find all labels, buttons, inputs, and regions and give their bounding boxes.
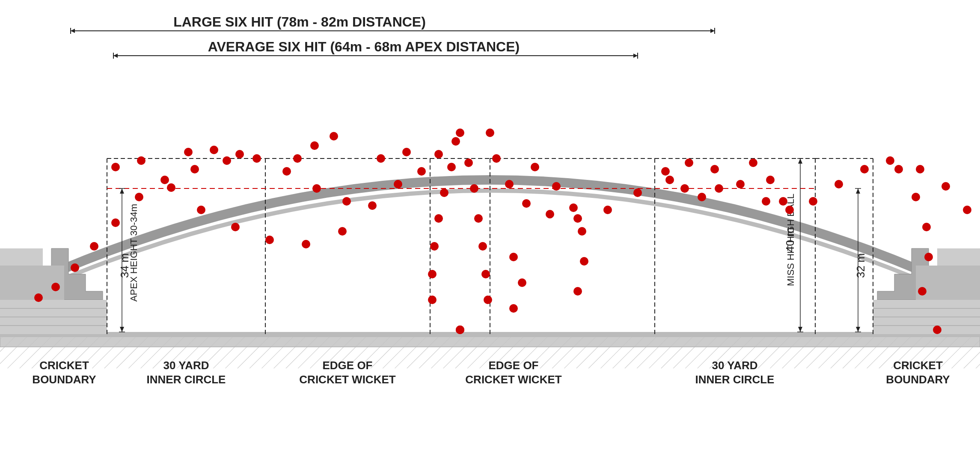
svg-point-101 xyxy=(522,199,531,208)
svg-point-106 xyxy=(661,167,670,176)
svg-point-140 xyxy=(924,253,933,261)
svg-point-84 xyxy=(447,163,456,171)
label-boundary-right-2: BOUNDARY xyxy=(886,373,950,386)
svg-point-145 xyxy=(312,184,321,193)
label-30yard-right-2: INNER CIRCLE xyxy=(695,373,775,386)
svg-point-144 xyxy=(282,167,291,176)
large-six-label: LARGE SIX HIT (78m - 82m DISTANCE) xyxy=(173,14,426,30)
svg-point-143 xyxy=(252,154,261,163)
svg-point-110 xyxy=(762,197,770,206)
svg-point-150 xyxy=(715,184,723,193)
svg-rect-30 xyxy=(916,266,980,300)
svg-point-95 xyxy=(481,270,490,278)
average-six-label: AVERAGE SIX HIT (64m - 68m APEX DISTANCE… xyxy=(208,39,520,54)
svg-point-113 xyxy=(834,180,843,188)
svg-point-72 xyxy=(167,183,175,192)
svg-point-121 xyxy=(779,197,787,206)
svg-point-91 xyxy=(464,158,473,167)
svg-point-115 xyxy=(886,156,894,165)
svg-point-119 xyxy=(749,158,757,167)
svg-point-108 xyxy=(710,165,719,173)
svg-point-92 xyxy=(470,184,478,193)
svg-point-111 xyxy=(785,206,794,214)
svg-point-137 xyxy=(894,165,903,173)
svg-rect-24 xyxy=(0,266,64,300)
svg-point-134 xyxy=(509,253,518,261)
label-wicket-right-2: CRICKET WICKET xyxy=(465,373,561,386)
svg-point-87 xyxy=(430,242,439,251)
svg-point-79 xyxy=(394,180,402,188)
svg-point-103 xyxy=(573,214,582,223)
svg-point-64 xyxy=(90,242,98,251)
svg-point-107 xyxy=(685,158,693,167)
svg-point-99 xyxy=(492,154,501,163)
svg-point-141 xyxy=(918,287,927,296)
label-boundary-left-2: BOUNDARY xyxy=(32,373,96,386)
label-wicket-left-2: CRICKET WICKET xyxy=(299,373,395,386)
svg-point-88 xyxy=(428,270,437,278)
svg-point-89 xyxy=(428,296,437,304)
svg-point-105 xyxy=(633,188,642,197)
label-30yard-left-2: INNER CIRCLE xyxy=(147,373,226,386)
svg-point-80 xyxy=(417,167,426,176)
svg-point-112 xyxy=(809,197,817,206)
svg-point-94 xyxy=(478,242,487,251)
svg-point-132 xyxy=(573,287,582,296)
label-30yard-left: 30 YARD xyxy=(163,359,209,372)
svg-point-123 xyxy=(377,154,385,163)
svg-rect-25 xyxy=(0,248,43,266)
svg-point-126 xyxy=(330,132,338,140)
svg-point-77 xyxy=(338,227,347,236)
svg-point-78 xyxy=(368,201,377,210)
svg-point-100 xyxy=(505,180,514,188)
svg-point-73 xyxy=(197,206,205,214)
svg-point-146 xyxy=(342,197,351,206)
svg-point-86 xyxy=(434,214,443,223)
svg-rect-31 xyxy=(937,248,980,266)
svg-point-153 xyxy=(665,176,674,184)
svg-point-74 xyxy=(231,223,240,231)
svg-point-98 xyxy=(486,128,494,137)
svg-point-139 xyxy=(922,223,931,231)
svg-point-135 xyxy=(518,278,526,287)
svg-point-122 xyxy=(402,148,411,156)
svg-point-131 xyxy=(580,257,588,266)
svg-point-61 xyxy=(34,293,43,302)
svg-point-136 xyxy=(509,304,518,313)
svg-point-152 xyxy=(680,184,689,193)
svg-point-76 xyxy=(302,240,310,248)
svg-point-114 xyxy=(860,165,869,173)
svg-point-70 xyxy=(111,163,120,171)
svg-point-147 xyxy=(184,148,193,156)
svg-point-62 xyxy=(51,283,60,291)
svg-point-85 xyxy=(440,188,448,197)
svg-point-120 xyxy=(766,176,775,184)
svg-point-71 xyxy=(137,156,146,165)
svg-point-133 xyxy=(456,326,464,334)
label-30yard-right: 30 YARD xyxy=(712,359,758,372)
svg-point-68 xyxy=(190,165,199,173)
label-wicket-right: EDGE OF xyxy=(488,359,538,372)
svg-point-75 xyxy=(265,236,274,244)
svg-point-83 xyxy=(456,128,464,137)
svg-point-138 xyxy=(912,193,920,201)
svg-point-117 xyxy=(941,182,950,191)
svg-point-151 xyxy=(698,193,706,201)
svg-point-124 xyxy=(293,154,302,163)
svg-point-102 xyxy=(546,210,554,218)
svg-point-104 xyxy=(603,206,612,214)
svg-point-128 xyxy=(552,182,561,191)
svg-point-81 xyxy=(434,150,443,158)
svg-point-127 xyxy=(531,163,539,171)
svg-point-109 xyxy=(736,180,745,188)
svg-point-142 xyxy=(933,326,941,334)
svg-point-118 xyxy=(963,206,971,214)
svg-point-93 xyxy=(474,214,483,223)
svg-point-125 xyxy=(310,141,319,150)
dim-32m: 32 m xyxy=(854,253,867,278)
svg-point-148 xyxy=(210,146,218,154)
svg-point-63 xyxy=(71,263,79,272)
svg-point-65 xyxy=(111,218,120,227)
svg-point-69 xyxy=(223,156,231,165)
apex-height-label: APEX HEIGHT 30-34m xyxy=(128,204,139,302)
